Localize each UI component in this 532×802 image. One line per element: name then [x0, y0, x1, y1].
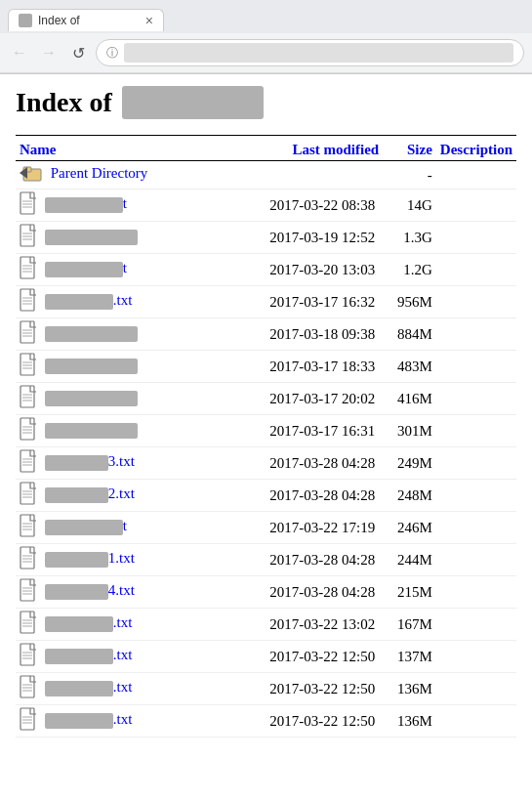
file-size: 249M [383, 447, 436, 480]
file-link[interactable]: .txt [45, 647, 133, 662]
file-link[interactable]: .txt [45, 614, 133, 630]
parent-modified [227, 161, 383, 190]
table-row: 2017-03-17 20:02 416M [16, 383, 516, 415]
table-row: 4.txt 2017-03-28 04:28 215M [16, 576, 516, 609]
file-link[interactable] [45, 324, 138, 340]
file-size: 1.2G [383, 254, 436, 286]
file-name-cell: .txt [16, 286, 227, 318]
file-link[interactable]: 4.txt [45, 582, 135, 598]
svg-rect-51 [20, 579, 34, 601]
active-tab[interactable]: Index of × [8, 9, 164, 31]
new-tab-area [168, 6, 197, 33]
table-row: t 2017-03-22 08:38 14G [16, 190, 516, 222]
file-size: 246M [383, 512, 436, 544]
table-row: 2.txt 2017-03-28 04:28 248M [16, 480, 516, 512]
file-size: 483M [383, 351, 436, 383]
file-link[interactable]: t [45, 260, 127, 275]
file-modified: 2017-03-22 12:50 [227, 641, 383, 673]
file-name-cell [16, 383, 227, 415]
reload-button[interactable]: ↺ [66, 41, 90, 64]
svg-rect-23 [20, 354, 34, 375]
file-size: 884M [383, 318, 436, 351]
heading-prefix: Index of [16, 87, 112, 118]
file-name-cell: t [16, 190, 227, 222]
file-icon [20, 256, 39, 283]
col-name-link[interactable]: Name [20, 142, 57, 157]
file-size: 1.3G [383, 222, 436, 254]
back-button[interactable]: ← [8, 41, 31, 64]
file-size: 416M [383, 383, 436, 415]
file-size: 215M [383, 576, 436, 609]
file-desc [436, 222, 516, 254]
file-icon [20, 482, 39, 509]
page-heading: Index of [16, 86, 516, 119]
page-content: Index of Name Last modified Size Descrip… [0, 74, 532, 749]
file-name-cell: .txt [16, 609, 227, 641]
file-name-cell: .txt [16, 673, 227, 705]
tab-close-button[interactable]: × [145, 14, 153, 27]
file-modified: 2017-03-22 12:50 [227, 705, 383, 738]
file-link[interactable]: .txt [45, 679, 133, 695]
file-link[interactable]: .txt [45, 711, 133, 727]
table-row: .txt 2017-03-17 16:32 956M [16, 286, 516, 318]
file-link[interactable]: 1.txt [45, 550, 135, 566]
file-desc [436, 318, 516, 351]
file-icon [20, 675, 39, 702]
browser-chrome: Index of × ← → ↺ ⓘ [0, 0, 532, 74]
svg-rect-55 [20, 612, 34, 633]
file-name-cell: .txt [16, 705, 227, 738]
file-link[interactable] [45, 421, 138, 437]
tab-favicon [19, 14, 32, 27]
file-link[interactable]: 2.txt [45, 485, 135, 501]
file-link[interactable]: t [45, 518, 127, 533]
svg-rect-63 [20, 676, 34, 697]
file-link[interactable]: t [45, 195, 127, 211]
file-desc [436, 190, 516, 222]
file-modified: 2017-03-28 04:28 [227, 544, 383, 576]
file-link[interactable] [45, 228, 138, 243]
file-link[interactable]: .txt [45, 292, 133, 308]
file-size: 136M [383, 705, 436, 738]
url-text[interactable] [124, 43, 513, 63]
table-row: .txt 2017-03-22 13:02 167M [16, 609, 516, 641]
file-icon [20, 320, 39, 348]
col-modified-link[interactable]: Last modified [292, 142, 379, 157]
forward-button[interactable]: → [37, 41, 61, 64]
file-name-cell: .txt [16, 641, 227, 673]
file-size: 248M [383, 480, 436, 512]
file-icon [20, 353, 39, 380]
file-modified: 2017-03-20 13:03 [227, 254, 383, 286]
file-desc [436, 415, 516, 447]
parent-dir-link[interactable]: Parent Directory [51, 165, 148, 181]
file-desc [436, 544, 516, 576]
file-name-cell: t [16, 254, 227, 286]
file-icon [20, 707, 39, 735]
col-size-link[interactable]: Size [407, 142, 432, 157]
col-header-modified: Last modified [227, 140, 383, 161]
parent-dir-icon [20, 163, 43, 187]
file-link[interactable]: 3.txt [45, 453, 135, 469]
table-row: t 2017-03-22 17:19 246M [16, 512, 516, 544]
parent-dir-cell: Parent Directory [16, 161, 227, 190]
file-size: 301M [383, 415, 436, 447]
parent-desc [436, 161, 516, 190]
address-bar[interactable]: ⓘ [96, 39, 524, 66]
file-name-cell [16, 415, 227, 447]
table-row: .txt 2017-03-22 12:50 136M [16, 673, 516, 705]
file-desc [436, 673, 516, 705]
svg-rect-15 [20, 289, 34, 311]
table-row: 2017-03-18 09:38 884M [16, 318, 516, 351]
file-rows-body: Parent Directory - t 2017-03-22 08:38 14… [16, 161, 516, 738]
file-link[interactable] [45, 357, 138, 372]
svg-rect-47 [20, 547, 34, 569]
file-desc [436, 705, 516, 738]
file-size: 956M [383, 286, 436, 318]
file-icon [20, 643, 39, 670]
col-desc-link[interactable]: Description [440, 142, 512, 157]
svg-rect-43 [20, 515, 34, 536]
file-icon [20, 224, 39, 251]
file-name-cell [16, 318, 227, 351]
top-divider [16, 135, 516, 136]
svg-rect-7 [20, 225, 34, 246]
file-link[interactable] [45, 389, 138, 404]
